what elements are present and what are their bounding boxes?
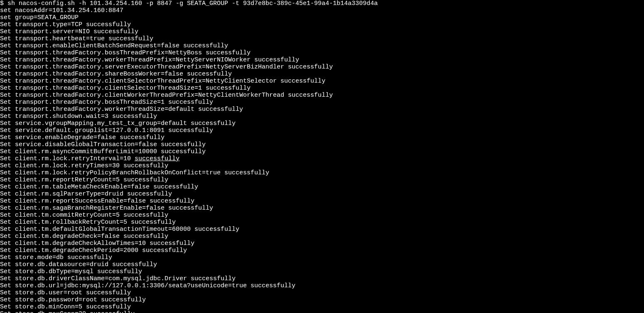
terminal-line: Set transport.type=TCP successfully	[0, 21, 644, 28]
terminal-line: Set transport.threadFactory.bossThreadSi…	[0, 99, 644, 106]
terminal-line: Set transport.threadFactory.workerThread…	[0, 106, 644, 113]
terminal-line: Set client.rm.tableMetaCheckEnable=false…	[0, 183, 644, 191]
terminal-line: Set client.tm.degradeCheckPeriod=2000 su…	[0, 247, 644, 254]
terminal-line: set nacosAddr=101.34.254.160:8847	[0, 7, 644, 14]
terminal-line: Set client.rm.reportSuccessEnable=false …	[0, 198, 644, 205]
terminal-line: Set transport.shutdown.wait=3 successful…	[0, 113, 644, 120]
terminal-line: Set service.default.grouplist=127.0.0.1:…	[0, 127, 644, 134]
terminal-line: Set store.db.maxConn=30 successfully	[0, 311, 644, 313]
terminal-line: Set store.db.driverClassName=com.mysql.j…	[0, 275, 644, 282]
terminal-line: Set transport.threadFactory.workerThread…	[0, 56, 644, 64]
terminal-line: Set transport.threadFactory.shareBossWor…	[0, 71, 644, 78]
terminal-line: Set client.tm.rollbackRetryCount=5 succe…	[0, 219, 644, 226]
terminal-line: Set client.rm.lock.retryPolicyBranchRoll…	[0, 169, 644, 176]
terminal-line: Set client.rm.asyncCommitBufferLimit=100…	[0, 148, 644, 155]
terminal-line: Set client.rm.reportRetryCount=5 success…	[0, 176, 644, 183]
terminal-output[interactable]: $ sh nacos-config.sh -h 101.34.254.160 -…	[0, 0, 644, 313]
terminal-line: Set client.tm.degradeCheckAllowTimes=10 …	[0, 240, 644, 247]
terminal-line: Set store.db.dbType=mysql successfully	[0, 268, 644, 275]
terminal-line: Set transport.threadFactory.clientSelect…	[0, 78, 644, 85]
terminal-line: Set transport.threadFactory.bossThreadPr…	[0, 49, 644, 56]
terminal-line: Set client.tm.degradeCheck=false success…	[0, 233, 644, 240]
terminal-line: Set store.db.user=root successfully	[0, 289, 644, 296]
terminal-line: Set transport.threadFactory.serverExecut…	[0, 64, 644, 71]
terminal-line: Set service.enableDegrade=false successf…	[0, 134, 644, 141]
terminal-line: Set client.tm.defaultGlobalTransactionTi…	[0, 226, 644, 233]
terminal-line: Set transport.heartbeat=true successfull…	[0, 35, 644, 42]
terminal-line: Set client.rm.lock.retryInterval=10 succ…	[0, 155, 644, 162]
terminal-line: Set transport.threadFactory.clientWorker…	[0, 92, 644, 99]
terminal-line: Set transport.server=NIO successfully	[0, 28, 644, 35]
terminal-line: Set client.rm.sagaBranchRegisterEnable=f…	[0, 205, 644, 212]
terminal-line: Set client.tm.commitRetryCount=5 success…	[0, 212, 644, 219]
terminal-line: Set store.mode=db successfully	[0, 254, 644, 261]
terminal-line: Set transport.threadFactory.clientSelect…	[0, 85, 644, 92]
terminal-line: Set transport.enableClientBatchSendReque…	[0, 42, 644, 49]
terminal-line: $ sh nacos-config.sh -h 101.34.254.160 -…	[0, 0, 644, 7]
terminal-line: set group=SEATA_GROUP	[0, 14, 644, 21]
terminal-line: Set service.disableGlobalTransaction=fal…	[0, 141, 644, 148]
terminal-line: Set client.rm.lock.retryTimes=30 success…	[0, 162, 644, 169]
terminal-line: Set service.vgroupMapping.my_test_tx_gro…	[0, 120, 644, 127]
terminal-line: Set store.db.url=jdbc:mysql://127.0.0.1:…	[0, 282, 644, 289]
terminal-line: Set store.db.minConn=5 successfully	[0, 303, 644, 311]
terminal-line: Set client.rm.sqlParserType=druid succes…	[0, 191, 644, 198]
terminal-line: Set store.db.datasource=druid successful…	[0, 261, 644, 268]
terminal-line: Set store.db.password=root successfully	[0, 296, 644, 303]
